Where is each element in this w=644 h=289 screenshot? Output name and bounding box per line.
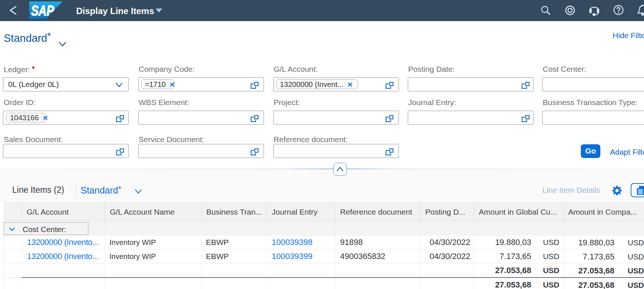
svg-text:SAP: SAP bbox=[31, 3, 54, 19]
